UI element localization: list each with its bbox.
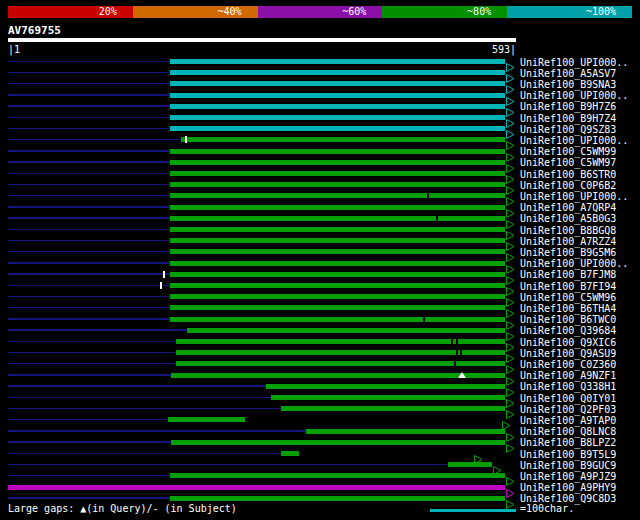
hit-label[interactable]: UniRef100_A9PJZ9 (520, 471, 616, 482)
unaligned-leader-line (8, 352, 176, 354)
hit-bar[interactable] (170, 149, 505, 154)
unaligned-leader-line (8, 453, 281, 455)
hit-label[interactable]: UniRef100_A9PHY9 (520, 482, 616, 493)
unaligned-leader-line (8, 408, 281, 410)
hit-bar[interactable] (170, 59, 505, 64)
hit-label[interactable]: UniRef100_C5WM96 (520, 292, 616, 303)
hit-label[interactable]: UniRef100_C5WM97 (520, 157, 616, 168)
hit-label[interactable]: UniRef100_Q2PF03 (520, 404, 616, 415)
unaligned-leader-line (8, 430, 306, 432)
mismatch-tick (460, 350, 462, 355)
hit-bar[interactable] (170, 317, 505, 322)
hit-arrowhead-icon (506, 371, 515, 380)
hit-bar[interactable] (170, 81, 505, 86)
hit-bar[interactable] (170, 294, 505, 299)
hit-label[interactable]: UniRef100_B9GUC9 (520, 460, 616, 471)
hit-bar[interactable] (281, 406, 505, 411)
hit-label[interactable]: UniRef100_B8LPZ2 (520, 437, 616, 448)
unaligned-leader-line (8, 262, 170, 264)
hit-label[interactable]: UniRef100_A9TAP0 (520, 415, 616, 426)
hit-bar[interactable] (306, 429, 505, 434)
hit-label[interactable]: UniRef100_Q8LNC8 (520, 426, 616, 437)
hit-label[interactable]: UniRef100_UPI000.. (520, 258, 628, 269)
hit-bar[interactable] (170, 93, 505, 98)
hit-label[interactable]: UniRef100_UPI000.. (520, 135, 628, 146)
hit-arrowhead-icon (506, 348, 515, 357)
hit-bar[interactable] (170, 104, 505, 109)
hit-label[interactable]: UniRef100_B7FJM8 (520, 269, 616, 280)
hit-bar[interactable] (170, 115, 505, 120)
hit-label[interactable]: UniRef100_C0P6B2 (520, 180, 616, 191)
hit-bar[interactable] (170, 171, 505, 176)
hit-bar[interactable] (170, 205, 505, 210)
unaligned-leader-line (8, 374, 171, 376)
hit-label[interactable]: UniRef100_B8BGQ8 (520, 225, 616, 236)
identity-scale-segment: ~80% (382, 6, 507, 18)
hit-label[interactable]: UniRef100_UPI000.. (520, 191, 628, 202)
hit-label[interactable]: UniRef100_C0Z360 (520, 359, 616, 370)
hit-bar[interactable] (170, 283, 505, 288)
hit-label[interactable]: UniRef100_Q9ASU9 (520, 348, 616, 359)
hit-bar[interactable] (170, 216, 505, 221)
hit-label[interactable]: UniRef100_A7QRP4 (520, 202, 616, 213)
hit-label[interactable]: UniRef100_B6TWC0 (520, 314, 616, 325)
hit-label[interactable]: UniRef100_B9G5M6 (520, 247, 616, 258)
hit-arrowhead-icon (474, 449, 483, 458)
unaligned-leader-line (8, 341, 176, 343)
hit-bar[interactable] (170, 227, 505, 232)
mismatch-tick (436, 216, 438, 221)
hit-label[interactable]: UniRef100_UPI000.. (520, 90, 628, 101)
mismatch-tick (456, 350, 458, 355)
hit-bar[interactable] (170, 126, 505, 131)
hit-label[interactable]: UniRef100_B9T5L9 (520, 449, 616, 460)
identity-scale-bar: 20%~40%~60%~80%~100% (8, 6, 632, 18)
hit-bar[interactable] (170, 261, 505, 266)
hit-label[interactable]: UniRef100_B6STR0 (520, 169, 616, 180)
hit-bar[interactable] (170, 70, 505, 75)
hit-bar[interactable] (168, 417, 245, 422)
hit-bar[interactable] (266, 384, 505, 389)
hit-bar[interactable] (170, 305, 505, 310)
scale-equivalence-label: =100char. (520, 503, 574, 514)
hit-label[interactable]: UniRef100_Q9XIC6 (520, 337, 616, 348)
hit-label[interactable]: UniRef100_B9H7Z4 (520, 113, 616, 124)
unaligned-leader-line (8, 497, 170, 499)
hit-bar[interactable] (271, 395, 505, 400)
unaligned-leader-line (8, 105, 170, 107)
query-gap-triangle-icon (458, 372, 466, 378)
hit-arrowhead-icon (506, 315, 515, 324)
hit-bar[interactable] (170, 193, 505, 198)
hit-bar[interactable] (448, 462, 492, 467)
hit-label[interactable]: UniRef100_A9NZF1 (520, 370, 616, 381)
hit-label[interactable]: UniRef100_A5ASV7 (520, 68, 616, 79)
hit-arrowhead-icon (506, 359, 515, 368)
hit-label[interactable]: UniRef100_B9SNA3 (520, 79, 616, 90)
hit-label[interactable]: UniRef100_Q338H1 (520, 381, 616, 392)
hit-bar[interactable] (170, 238, 505, 243)
hit-arrowhead-icon (506, 214, 515, 223)
hit-label[interactable]: UniRef100_B9H7Z6 (520, 101, 616, 112)
hit-label[interactable]: UniRef100_A7RZZ4 (520, 236, 616, 247)
hit-bar[interactable] (281, 451, 299, 456)
hit-label[interactable]: UniRef100_Q39684 (520, 325, 616, 336)
hit-label[interactable]: UniRef100_B6THA4 (520, 303, 616, 314)
hit-bar[interactable] (170, 160, 505, 165)
hit-label[interactable]: UniRef100_Q9SZ83 (520, 124, 616, 135)
hit-bar[interactable] (171, 373, 505, 378)
hit-bar[interactable] (171, 440, 505, 445)
hit-label[interactable]: UniRef100_Q0IY01 (520, 393, 616, 404)
hit-bar[interactable] (8, 485, 505, 490)
hit-bar[interactable] (170, 272, 505, 277)
hit-arrowhead-icon (506, 270, 515, 279)
hit-label[interactable]: UniRef100_UPI000.. (520, 57, 628, 68)
hit-bar[interactable] (170, 496, 505, 501)
hit-bar[interactable] (170, 249, 505, 254)
mismatch-tick (454, 361, 456, 366)
hit-bar[interactable] (170, 473, 505, 478)
hit-bar[interactable] (170, 182, 505, 187)
hit-label[interactable]: UniRef100_B7FI94 (520, 281, 616, 292)
hit-label[interactable]: UniRef100_C5WM99 (520, 146, 616, 157)
hit-bar[interactable] (187, 328, 505, 333)
hit-label[interactable]: UniRef100_A5B0G3 (520, 213, 616, 224)
hit-bar[interactable] (181, 137, 505, 142)
